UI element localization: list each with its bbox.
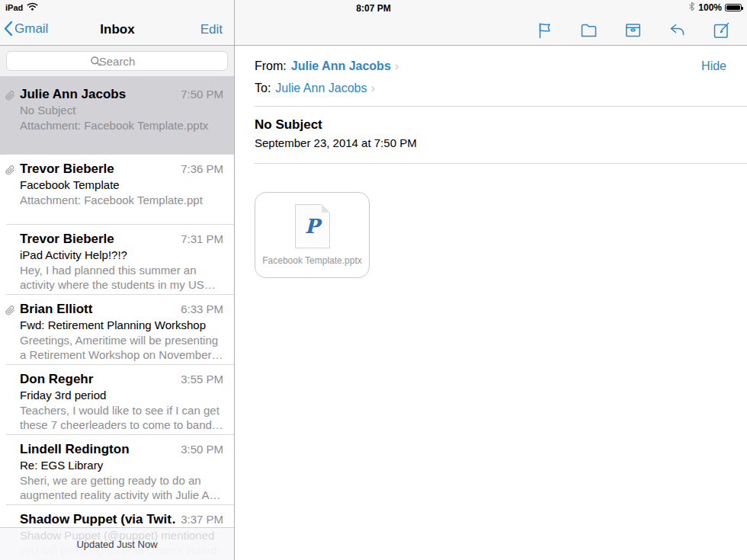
- divider: [255, 106, 747, 107]
- from-label: From:: [255, 59, 287, 73]
- email-time: 3:55 PM: [181, 371, 223, 388]
- top-bar: iPad 8:07 PM 100% Gmail Inbox Edit: [0, 0, 747, 46]
- to-label: To:: [255, 82, 271, 95]
- archive-icon[interactable]: [624, 21, 643, 40]
- email-subject: iPad Activity Help!?!?: [20, 248, 223, 263]
- email-preview: Teachers, I would like to see if I can g…: [20, 403, 223, 434]
- email-list-item[interactable]: Trevor Bieberle7:36 PM Facebook Template…: [0, 155, 234, 225]
- email-preview: Hey, I had planned this summer an activi…: [20, 263, 223, 293]
- flag-icon[interactable]: [535, 21, 554, 40]
- message-subject: No Subject: [255, 117, 727, 133]
- email-list-item[interactable]: Don Regehr3:55 PM Friday 3rd period Teac…: [0, 365, 234, 435]
- email-subject: Fwd: Retirement Planning Workshop: [20, 318, 223, 333]
- refresh-status-bar: Updated Just Now: [0, 527, 234, 560]
- from-row: From: Julie Ann Jacobs › Hide: [255, 46, 726, 74]
- clock: 8:07 PM: [0, 3, 747, 14]
- edit-button[interactable]: Edit: [200, 22, 223, 37]
- hide-button[interactable]: Hide: [701, 59, 726, 73]
- email-preview: Attachment: Facebook Template.ppt: [20, 193, 223, 223]
- email-time: 7:50 PM: [181, 86, 223, 103]
- mail-app-window: iPad 8:07 PM 100% Gmail Inbox Edit: [0, 0, 747, 560]
- bluetooth-icon: [688, 2, 695, 14]
- battery-icon: [725, 4, 742, 11]
- email-list-item[interactable]: Brian Elliott6:33 PM Fwd: Retirement Pla…: [0, 295, 234, 365]
- email-sender: Julie Ann Jacobs: [20, 86, 176, 103]
- email-sender: Shadow Puppet (via Twit…: [20, 511, 176, 528]
- email-sender: Brian Elliott: [20, 301, 176, 318]
- email-subject: No Subject: [20, 103, 223, 118]
- compose-icon[interactable]: [712, 21, 731, 40]
- email-time: 7:36 PM: [181, 161, 223, 178]
- search-icon: [90, 56, 101, 67]
- to-row: To: Julie Ann Jacobs ›: [255, 81, 726, 96]
- email-list-item[interactable]: Trevor Bieberle7:31 PM iPad Activity Hel…: [0, 225, 234, 295]
- email-sender: Trevor Bieberle: [20, 231, 176, 248]
- email-preview: Attachment: Facebook Template.pptx: [20, 118, 223, 149]
- chevron-right-icon: ›: [370, 81, 375, 96]
- folder-icon[interactable]: [579, 21, 598, 40]
- battery-percent: 100%: [698, 2, 722, 13]
- attachment-filename: Facebook Template.pptx: [262, 255, 362, 266]
- chevron-right-icon: ›: [395, 59, 399, 74]
- status-bar: iPad 8:07 PM 100%: [0, 0, 747, 15]
- reply-icon[interactable]: [668, 21, 687, 40]
- attachment-card[interactable]: P Facebook Template.pptx: [255, 192, 370, 278]
- email-time: 6:33 PM: [181, 301, 223, 318]
- email-preview: Greetings, Ameritime will be presenting …: [20, 333, 223, 363]
- file-type-glyph: P: [305, 215, 320, 238]
- email-time: 3:50 PM: [181, 441, 223, 458]
- email-subject: Facebook Template: [20, 178, 223, 193]
- nav-bar: Gmail Inbox Edit: [0, 15, 747, 45]
- email-sender: Don Regehr: [20, 371, 176, 388]
- email-list-item[interactable]: Lindell Redington3:50 PM Re: EGS Library…: [0, 435, 234, 505]
- search-text-field[interactable]: [7, 52, 227, 70]
- message-date: September 23, 2014 at 7:50 PM: [255, 136, 727, 150]
- to-contact-link[interactable]: Julie Ann Jacobs: [275, 82, 367, 95]
- powerpoint-file-icon: P: [295, 204, 330, 248]
- message-toolbar: [235, 15, 747, 45]
- from-contact-link[interactable]: Julie Ann Jacobs: [291, 59, 391, 73]
- updated-status-label: Updated Just Now: [76, 539, 157, 550]
- email-list-item[interactable]: Julie Ann Jacobs7:50 PM No Subject Attac…: [0, 76, 234, 155]
- email-sender: Trevor Bieberle: [20, 161, 176, 178]
- search-input[interactable]: [6, 51, 228, 71]
- paperclip-icon: [5, 305, 15, 315]
- paperclip-icon: [5, 165, 15, 174]
- divider: [255, 163, 747, 164]
- inbox-list-pane: Julie Ann Jacobs7:50 PM No Subject Attac…: [0, 46, 234, 560]
- email-time: 3:37 PM: [181, 511, 223, 528]
- paperclip-icon: [5, 90, 15, 100]
- email-sender: Lindell Redington: [20, 441, 176, 458]
- subject-block: No Subject September 23, 2014 at 7:50 PM: [255, 117, 727, 150]
- email-time: 7:31 PM: [181, 231, 223, 248]
- search-zone: [0, 46, 234, 76]
- email-preview: Sheri, we are getting ready to do an aug…: [20, 473, 223, 504]
- message-detail-pane: From: Julie Ann Jacobs › Hide To: Julie …: [235, 46, 747, 560]
- pane-divider: [234, 0, 235, 560]
- email-subject: Friday 3rd period: [20, 388, 223, 403]
- email-subject: Re: EGS Library: [20, 458, 223, 473]
